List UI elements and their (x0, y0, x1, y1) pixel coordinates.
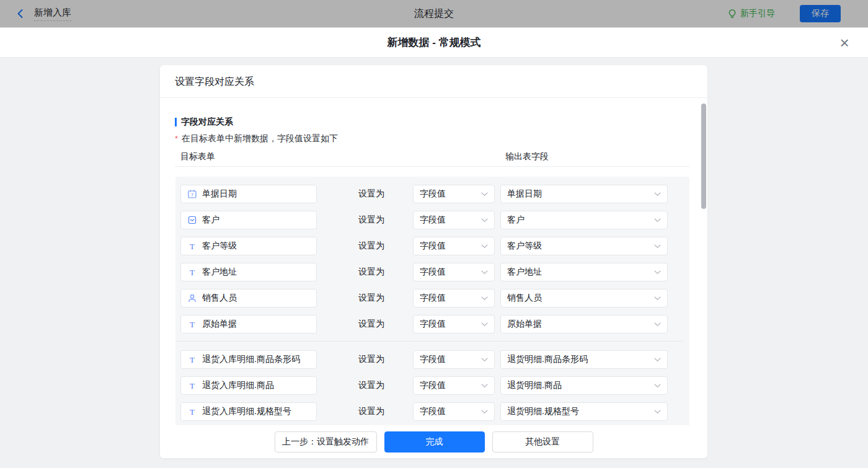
value-mode-text: 字段值 (420, 380, 446, 391)
output-field-select[interactable]: 客户 (500, 211, 668, 229)
target-field-label: 客户 (202, 214, 219, 226)
mapping-row: T退货入库明细.商品设置为字段值退货明细.商品 (180, 376, 689, 395)
set-as-label: 设置为 (358, 188, 384, 200)
value-mode-text: 字段值 (420, 354, 446, 365)
output-field-select[interactable]: 客户等级 (500, 237, 668, 255)
value-mode-select[interactable]: 字段值 (413, 315, 495, 333)
output-field-text: 退货明细.商品条形码 (507, 354, 588, 365)
other-settings-button[interactable]: 其他设置 (492, 431, 593, 453)
target-field-box: 7单据日期 (180, 185, 317, 203)
target-field-box: T退货入库明细.商品 (180, 376, 317, 395)
card-body: 字段对应关系 *在目标表单中新增数据，字段值设置如下 目标表单 输出表字段 7单… (160, 98, 707, 425)
value-mode-select[interactable]: 字段值 (413, 289, 495, 307)
svg-text:T: T (190, 242, 195, 251)
output-field-text: 客户等级 (507, 241, 542, 252)
value-mode-text: 字段值 (420, 214, 446, 226)
value-mode-text: 字段值 (420, 241, 446, 252)
target-field-label: 客户等级 (202, 241, 237, 252)
target-field-box: 客户 (180, 211, 317, 229)
svg-text:T: T (190, 355, 195, 364)
mapping-row: 7单据日期设置为字段值单据日期 (180, 185, 689, 203)
chevron-down-icon (654, 358, 661, 362)
prev-step-button[interactable]: 上一步：设置触发动作 (275, 431, 377, 453)
mapping-row: T原始单据设置为字段值原始单据 (180, 315, 689, 333)
output-field-select[interactable]: 销售人员 (500, 289, 668, 307)
modal-header: 新增数据 - 常规模式 × (0, 28, 868, 58)
set-as-label: 设置为 (358, 267, 384, 278)
target-field-box: T原始单据 (180, 315, 317, 333)
topbar: 新增入库 流程提交 新手引导 保存 (0, 0, 868, 28)
card-footer: 上一步：设置触发动作 完成 其他设置 (160, 425, 707, 458)
set-as-label: 设置为 (358, 406, 384, 417)
chevron-down-icon (481, 192, 488, 196)
text-icon: T (187, 241, 197, 251)
chevron-down-icon (654, 270, 661, 275)
output-field-select[interactable]: 原始单据 (500, 315, 668, 333)
guide-link[interactable]: 新手引导 (727, 8, 775, 19)
section-title-text: 字段对应关系 (181, 117, 233, 128)
output-field-select[interactable]: 退货明细.规格型号 (500, 402, 668, 421)
mapping-row: T客户等级设置为字段值客户等级 (180, 237, 689, 255)
text-icon: T (187, 407, 197, 417)
chevron-down-icon (481, 296, 488, 301)
chevron-down-icon (481, 384, 488, 388)
section-description: *在目标表单中新增数据，字段值设置如下 (175, 133, 338, 144)
value-mode-text: 字段值 (420, 406, 446, 417)
mapping-row: T客户地址设置为字段值客户地址 (180, 263, 689, 281)
value-mode-select[interactable]: 字段值 (413, 185, 495, 203)
guide-label: 新手引导 (740, 8, 775, 19)
svg-text:T: T (190, 407, 195, 417)
chevron-down-icon (654, 218, 661, 223)
modal-title: 新增数据 - 常规模式 (387, 35, 480, 50)
column-header-output: 输出表字段 (505, 151, 549, 162)
value-mode-select[interactable]: 字段值 (413, 211, 495, 229)
target-field-box: T客户地址 (180, 263, 317, 281)
text-icon: T (187, 267, 197, 277)
text-icon: T (187, 381, 197, 391)
value-mode-text: 字段值 (420, 267, 446, 278)
output-field-text: 客户 (507, 214, 525, 226)
target-field-label: 退货入库明细.商品条形码 (202, 354, 300, 365)
chevron-down-icon (654, 410, 661, 414)
output-field-select[interactable]: 退货明细.商品条形码 (500, 350, 668, 369)
output-field-select[interactable]: 客户地址 (500, 263, 668, 281)
done-button[interactable]: 完成 (384, 431, 485, 453)
value-mode-select[interactable]: 字段值 (413, 350, 495, 369)
close-icon[interactable]: × (836, 34, 853, 51)
save-button[interactable]: 保存 (800, 5, 841, 22)
target-field-label: 退货入库明细.商品 (202, 380, 274, 391)
chevron-down-icon (654, 322, 661, 327)
scrollbar-thumb[interactable] (701, 104, 706, 209)
target-field-box: T退货入库明细.商品条形码 (180, 350, 317, 369)
set-as-label: 设置为 (358, 214, 384, 226)
output-field-text: 退货明细.规格型号 (507, 406, 579, 417)
group-divider (177, 341, 683, 342)
target-field-label: 销售人员 (202, 293, 237, 304)
column-divider (175, 166, 689, 167)
output-field-text: 退货明细.商品 (507, 380, 562, 391)
chevron-down-icon (654, 384, 661, 388)
target-field-box: T客户等级 (180, 237, 317, 255)
value-mode-select[interactable]: 字段值 (413, 263, 495, 281)
output-field-text: 原始单据 (507, 319, 542, 330)
value-mode-select[interactable]: 字段值 (413, 237, 495, 255)
value-mode-select[interactable]: 字段值 (413, 376, 495, 395)
set-as-label: 设置为 (358, 293, 384, 304)
output-field-text: 客户地址 (507, 267, 542, 278)
chevron-down-icon (654, 244, 661, 249)
chevron-down-icon (481, 358, 488, 362)
set-as-label: 设置为 (358, 380, 384, 391)
output-field-select[interactable]: 退货明细.商品 (500, 376, 668, 395)
mapping-card: 设置字段对应关系 字段对应关系 *在目标表单中新增数据，字段值设置如下 目标表单… (160, 65, 707, 458)
target-field-label: 单据日期 (202, 188, 237, 200)
section-accent-bar (175, 118, 177, 126)
output-field-select[interactable]: 单据日期 (500, 185, 668, 203)
user-icon (187, 293, 197, 303)
section-title: 字段对应关系 (175, 117, 233, 128)
svg-text:T: T (190, 381, 195, 391)
text-icon: T (187, 355, 197, 364)
mapping-list: 7单据日期设置为字段值单据日期客户设置为字段值客户T客户等级设置为字段值客户等级… (175, 177, 689, 425)
value-mode-select[interactable]: 字段值 (413, 402, 495, 421)
mapping-row: T退货入库明细.规格型号设置为字段值退货明细.规格型号 (180, 402, 689, 421)
mapping-row: 销售人员设置为字段值销售人员 (180, 289, 689, 307)
